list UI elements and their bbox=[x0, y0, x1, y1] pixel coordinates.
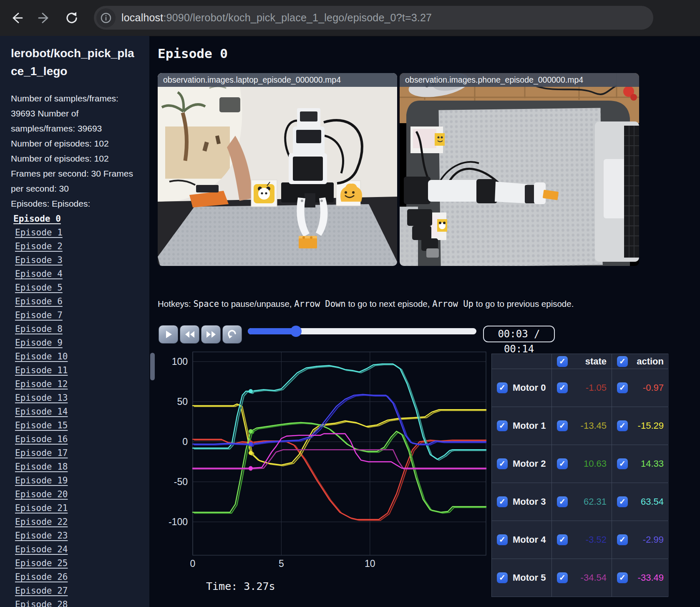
episode-link[interactable]: Episode 0 bbox=[13, 212, 149, 226]
episode-link[interactable]: Episode 7 bbox=[15, 309, 149, 322]
svg-text:-100: -100 bbox=[169, 516, 188, 527]
episode-link[interactable]: Episode 18 bbox=[15, 460, 149, 474]
table-cell: ✓-15.29 bbox=[612, 407, 669, 445]
motor-state-value: -13.45 bbox=[581, 420, 607, 431]
episode-link[interactable]: Episode 11 bbox=[15, 364, 149, 377]
table-cell: ✓-34.54 bbox=[552, 559, 612, 597]
episode-link[interactable]: Episode 28 bbox=[15, 598, 149, 607]
browser-toolbar: localhost:9090/lerobot/koch_pick_place_1… bbox=[0, 0, 700, 36]
state-column-checkbox[interactable]: ✓ bbox=[557, 356, 568, 367]
motor-row-checkbox[interactable]: ✓ bbox=[497, 572, 508, 583]
current-time-label: Time: 3.27s bbox=[206, 580, 275, 592]
episode-link[interactable]: Episode 15 bbox=[15, 419, 149, 432]
episode-link[interactable]: Episode 6 bbox=[15, 295, 149, 309]
motor-row-checkbox[interactable]: ✓ bbox=[497, 382, 508, 393]
episode-link[interactable]: Episode 17 bbox=[15, 446, 149, 460]
video-phone-frame bbox=[400, 73, 639, 266]
rewind-icon bbox=[184, 330, 195, 339]
episode-link[interactable]: Episode 2 bbox=[15, 240, 149, 253]
motor-state-checkbox[interactable]: ✓ bbox=[557, 534, 568, 545]
video-phone-title: observation.images.phone_episode_000000.… bbox=[400, 73, 639, 87]
motor-label: Motor 3 bbox=[513, 496, 546, 507]
episode-link[interactable]: Episode 16 bbox=[15, 432, 149, 446]
episode-link[interactable]: Episode 26 bbox=[15, 570, 149, 584]
motor-action-checkbox[interactable]: ✓ bbox=[617, 534, 628, 545]
motor-action-checkbox[interactable]: ✓ bbox=[617, 572, 628, 583]
motor-action-checkbox[interactable]: ✓ bbox=[617, 420, 628, 431]
reload-icon[interactable] bbox=[63, 9, 81, 27]
motor-action-checkbox[interactable]: ✓ bbox=[617, 458, 628, 469]
motor-action-value: 63.54 bbox=[641, 496, 664, 507]
table-cell: ✓Motor 1 bbox=[492, 407, 551, 445]
episode-link[interactable]: Episode 5 bbox=[15, 281, 149, 295]
table-cell: ✓-3.52 bbox=[552, 521, 612, 559]
episode-link[interactable]: Episode 4 bbox=[15, 267, 149, 281]
seek-slider-thumb[interactable] bbox=[290, 326, 302, 337]
table-cell: ✓Motor 4 bbox=[492, 521, 551, 559]
motor-row-checkbox[interactable]: ✓ bbox=[497, 420, 508, 431]
motor-state-checkbox[interactable]: ✓ bbox=[557, 458, 568, 469]
table-cell: ✓Motor 3 bbox=[492, 483, 551, 521]
site-info-icon[interactable] bbox=[96, 8, 116, 28]
episode-list: Episode 0Episode 1Episode 2Episode 3Epis… bbox=[15, 212, 149, 607]
episode-link[interactable]: Episode 3 bbox=[15, 253, 149, 267]
episode-link[interactable]: Episode 27 bbox=[15, 584, 149, 598]
action-column-checkbox[interactable]: ✓ bbox=[617, 356, 628, 367]
seek-slider[interactable] bbox=[248, 328, 476, 334]
table-cell: ✓-2.99 bbox=[612, 521, 669, 559]
episode-link[interactable]: Episode 1 bbox=[15, 226, 149, 240]
play-button[interactable] bbox=[159, 325, 178, 344]
table-cell: ✓-0.97 bbox=[612, 369, 669, 407]
video-laptop-frame bbox=[158, 73, 397, 266]
video-laptop[interactable]: observation.images.laptop_episode_000000… bbox=[158, 73, 397, 266]
episode-link[interactable]: Episode 21 bbox=[15, 501, 149, 515]
motor-state-value: -1.05 bbox=[586, 382, 607, 393]
motor-state-value: 10.63 bbox=[584, 458, 607, 469]
play-icon bbox=[164, 330, 173, 339]
motor-row-checkbox[interactable]: ✓ bbox=[497, 458, 508, 469]
space-key-label: Space bbox=[193, 299, 219, 309]
episode-link[interactable]: Episode 8 bbox=[15, 322, 149, 336]
arrow-up-key-label: Arrow Up bbox=[432, 299, 473, 309]
motor-state-checkbox[interactable]: ✓ bbox=[557, 382, 568, 393]
episode-link[interactable]: Episode 23 bbox=[15, 529, 149, 543]
episode-link[interactable]: Episode 12 bbox=[15, 377, 149, 391]
motor-state-checkbox[interactable]: ✓ bbox=[557, 572, 568, 583]
episode-link[interactable]: Episode 13 bbox=[15, 391, 149, 405]
motor-row-checkbox[interactable]: ✓ bbox=[497, 534, 508, 545]
episode-link[interactable]: Episode 20 bbox=[15, 488, 149, 501]
episode-link[interactable]: Episode 14 bbox=[15, 405, 149, 419]
loop-button[interactable] bbox=[222, 325, 242, 344]
episode-link[interactable]: Episode 10 bbox=[15, 350, 149, 364]
motor-state-checkbox[interactable]: ✓ bbox=[557, 420, 568, 431]
address-bar[interactable]: localhost:9090/lerobot/koch_pick_place_1… bbox=[94, 6, 653, 30]
svg-text:0: 0 bbox=[182, 436, 188, 447]
episode-link[interactable]: Episode 25 bbox=[15, 556, 149, 570]
fast-forward-button[interactable] bbox=[201, 325, 221, 344]
action-column-header: action bbox=[637, 356, 664, 367]
episode-link[interactable]: Episode 19 bbox=[15, 474, 149, 488]
episode-link[interactable]: Episode 22 bbox=[15, 515, 149, 529]
episode-link[interactable]: Episode 24 bbox=[15, 543, 149, 556]
video-laptop-title: observation.images.laptop_episode_000000… bbox=[158, 73, 397, 87]
motor-label: Motor 4 bbox=[513, 534, 546, 545]
motor-action-checkbox[interactable]: ✓ bbox=[617, 382, 628, 393]
motor-state-value: 62.31 bbox=[584, 496, 607, 507]
url-text: localhost:9090/lerobot/koch_pick_place_1… bbox=[121, 12, 432, 24]
motor-chart: 100500-50-1000510 bbox=[158, 349, 491, 574]
episode-link[interactable]: Episode 9 bbox=[15, 336, 149, 350]
motor-state-checkbox[interactable]: ✓ bbox=[557, 496, 568, 507]
motor-row-checkbox[interactable]: ✓ bbox=[497, 496, 508, 507]
hotkeys-help: Hotkeys: Space to pause/unpause, Arrow D… bbox=[158, 299, 574, 309]
motor-action-value: -0.97 bbox=[643, 382, 664, 393]
svg-text:10: 10 bbox=[365, 558, 375, 569]
back-icon[interactable] bbox=[8, 9, 26, 27]
motor-action-checkbox[interactable]: ✓ bbox=[617, 496, 628, 507]
motor-label: Motor 5 bbox=[513, 572, 546, 583]
rewind-button[interactable] bbox=[180, 325, 199, 344]
forward-icon[interactable] bbox=[35, 9, 53, 27]
video-phone[interactable]: observation.images.phone_episode_000000.… bbox=[400, 73, 639, 266]
motor-action-value: -15.29 bbox=[638, 420, 664, 431]
motor-action-value: 14.33 bbox=[641, 458, 664, 469]
state-column-header: state bbox=[585, 356, 607, 367]
